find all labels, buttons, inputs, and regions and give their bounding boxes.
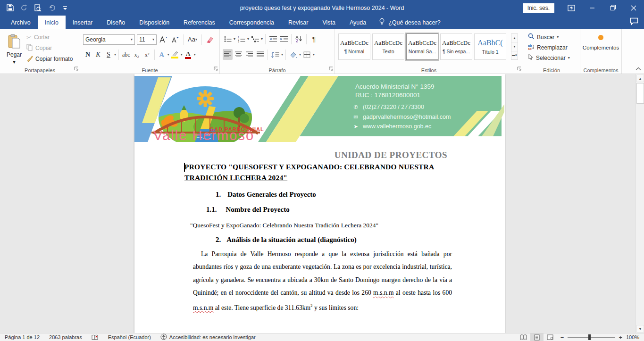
style-card-titulo-1[interactable]: AaBbC( Título 1 <box>474 33 506 60</box>
show-paragraph-marks-button[interactable]: ¶ <box>309 33 319 44</box>
tab-correspondencia[interactable]: Correspondencia <box>222 16 281 29</box>
find-button[interactable]: Buscar ▾ <box>528 33 570 41</box>
shading-caret-icon[interactable]: ▾ <box>299 53 301 57</box>
style-card-sin-espaciado[interactable]: AaBbCcDc ¶ Sin espa... <box>440 33 472 60</box>
numbering-button[interactable]: 123 <box>236 33 246 44</box>
style-card-texto[interactable]: AaBbCcDc Texto <box>372 33 404 60</box>
underline-button[interactable]: S <box>104 50 113 60</box>
ribbon-display-options-icon[interactable] <box>561 0 582 16</box>
bullets-caret-icon[interactable]: ▾ <box>234 37 235 41</box>
text-highlight-button[interactable] <box>170 50 180 60</box>
tab-disposicion[interactable]: Disposición <box>132 16 176 29</box>
zoom-percentage[interactable]: 100% <box>626 334 644 340</box>
web-layout-button[interactable] <box>544 333 557 341</box>
dialog-launcher-icon[interactable] <box>329 66 334 73</box>
grow-font-button[interactable] <box>159 34 168 45</box>
font-size-combobox[interactable]: 11 ▾ <box>137 34 157 45</box>
tab-insertar[interactable]: Insertar <box>66 16 100 29</box>
subscript-button[interactable]: x₂ <box>132 50 142 60</box>
word-count[interactable]: 2863 palabras <box>44 333 87 341</box>
style-card-normal[interactable]: AaBbCcDc ¶ Normal <box>338 33 370 60</box>
line-spacing-button[interactable] <box>270 49 280 60</box>
tab-diseno[interactable]: Diseño <box>100 16 132 29</box>
italic-button[interactable]: K <box>93 50 103 60</box>
styles-scroll-up-icon[interactable]: ▲ <box>511 34 518 42</box>
change-case-button[interactable]: Aa ▾ <box>187 34 198 45</box>
restore-button[interactable] <box>602 0 623 16</box>
font-color-caret-icon[interactable]: ▾ <box>194 53 196 57</box>
font-color-button[interactable]: A <box>184 50 193 60</box>
align-left-button[interactable] <box>223 49 233 60</box>
zoom-slider[interactable] <box>568 337 615 338</box>
scroll-up-arrow-icon[interactable]: ▲ <box>636 75 644 82</box>
accessibility-status[interactable]: Accesibilidad: es necesario investigar <box>156 333 260 341</box>
zoom-in-button[interactable]: + <box>619 334 622 341</box>
proofing-icon[interactable] <box>87 333 103 341</box>
tab-revisar[interactable]: Revisar <box>281 16 315 29</box>
multilevel-list-button[interactable] <box>250 33 260 44</box>
underline-caret-icon[interactable]: ▾ <box>114 53 116 57</box>
superscript-button[interactable]: x² <box>142 50 152 60</box>
tab-ayuda[interactable]: Ayuda <box>343 16 373 29</box>
zoom-out-button[interactable]: − <box>560 334 564 341</box>
language-indicator[interactable]: Español (Ecuador) <box>103 333 156 341</box>
tab-vista[interactable]: Vista <box>315 16 343 29</box>
copy-button[interactable]: Copiar <box>26 43 52 53</box>
tab-inicio[interactable]: Inicio <box>38 16 66 29</box>
line-spacing-caret-icon[interactable]: ▾ <box>281 53 283 57</box>
strikethrough-button[interactable]: abc <box>121 50 131 60</box>
page-indicator[interactable]: Página 1 de 12 <box>0 333 44 341</box>
dialog-launcher-icon[interactable] <box>74 66 79 73</box>
vertical-scrollbar[interactable]: ▲ ▼ <box>636 74 644 333</box>
increase-indent-button[interactable] <box>279 33 289 44</box>
dialog-launcher-icon[interactable] <box>517 66 522 73</box>
clear-formatting-button[interactable] <box>205 34 215 45</box>
bold-button[interactable]: N <box>83 50 92 60</box>
minimize-button[interactable] <box>582 0 602 16</box>
scrollbar-thumb[interactable] <box>636 83 644 104</box>
shading-button[interactable] <box>288 49 298 60</box>
tab-archivo[interactable]: Archivo <box>4 16 38 29</box>
borders-button[interactable] <box>302 49 312 60</box>
print-layout-button[interactable] <box>530 333 544 341</box>
undo-icon[interactable] <box>48 5 56 11</box>
align-center-button[interactable] <box>234 49 243 60</box>
close-button[interactable] <box>623 0 644 16</box>
format-painter-button[interactable]: Copiar formato <box>26 54 73 64</box>
multilevel-caret-icon[interactable]: ▾ <box>261 37 263 41</box>
font-family-combobox[interactable]: Georgia ▾ <box>83 34 135 45</box>
highlight-caret-icon[interactable]: ▾ <box>181 53 183 57</box>
print-preview-icon[interactable] <box>34 4 42 12</box>
cut-button[interactable]: ✂ Cortar <box>26 32 50 42</box>
sort-button[interactable] <box>294 33 304 44</box>
dialog-launcher-icon[interactable] <box>214 66 218 73</box>
align-right-button[interactable] <box>244 49 254 60</box>
decrease-indent-button[interactable] <box>268 33 278 44</box>
justify-button[interactable] <box>255 49 265 60</box>
text-effects-caret-icon[interactable]: ▾ <box>167 53 169 57</box>
style-card-normal-sa[interactable]: AaBbCcDc Normal Sa... <box>406 33 438 60</box>
repeat-icon[interactable] <box>20 4 27 11</box>
bullets-button[interactable] <box>223 33 233 44</box>
shrink-font-button[interactable] <box>170 34 180 45</box>
read-mode-button[interactable] <box>517 333 530 341</box>
document-text[interactable]: UNIDAD DE PROYECTOS PROYECTO "QUESOFEST … <box>134 142 505 314</box>
styles-gallery-more-icon[interactable]: ▬▾ <box>511 51 518 59</box>
collapse-ribbon-chevron-icon[interactable] <box>636 66 641 72</box>
tab-referencias[interactable]: Referencias <box>176 16 222 29</box>
styles-scroll-down-icon[interactable]: ▼ <box>511 42 518 51</box>
replace-button[interactable]: abac Reemplazar <box>528 43 570 51</box>
sign-in-button[interactable]: Inic. ses. <box>523 3 554 13</box>
document-page[interactable]: GAD PARROQUIAL Valle Hermoso Acuerdo Min… <box>134 74 505 333</box>
select-button[interactable]: Seleccionar ▾ <box>528 54 570 62</box>
borders-caret-icon[interactable]: ▾ <box>313 53 315 57</box>
scroll-down-arrow-icon[interactable]: ▼ <box>636 325 644 333</box>
zoom-slider-thumb[interactable] <box>588 334 591 340</box>
customize-qat-icon[interactable] <box>63 5 67 11</box>
complementos-button[interactable]: Complementos <box>580 35 621 50</box>
save-icon[interactable] <box>7 4 14 11</box>
paste-button[interactable]: Pegar ▾ <box>4 32 25 66</box>
text-effects-button[interactable]: A <box>157 50 167 60</box>
numbering-caret-icon[interactable]: ▾ <box>247 37 249 41</box>
tell-me-box[interactable]: ¿Qué desea hacer? <box>373 16 446 29</box>
